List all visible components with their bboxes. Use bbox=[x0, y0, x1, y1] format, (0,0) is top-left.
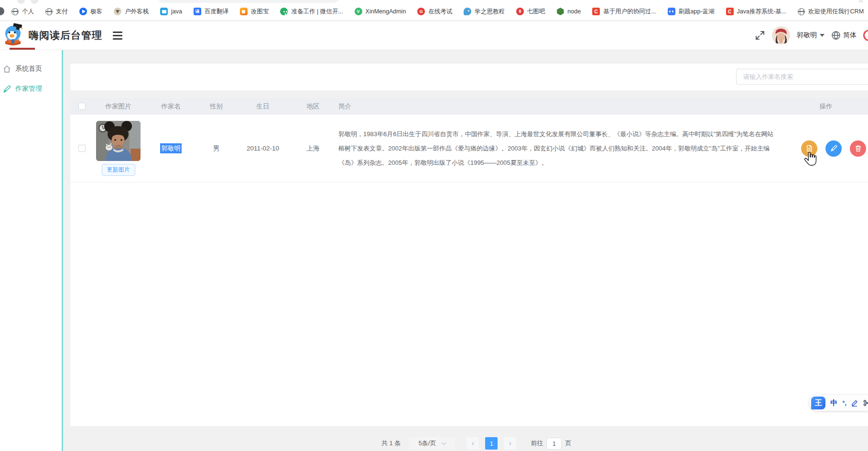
pagination-total: 共 1 条 bbox=[381, 439, 401, 448]
bookmark-item[interactable]: 刷题app-蓝湖 bbox=[668, 8, 715, 16]
user-menu[interactable]: 郭敬明 bbox=[797, 31, 825, 40]
chevron-down-icon bbox=[442, 440, 446, 445]
row-checkbox[interactable] bbox=[78, 145, 86, 152]
bookmark-item[interactable]: 欢迎使用任我行CRM bbox=[798, 8, 864, 16]
bookmark-item[interactable]: java bbox=[160, 8, 182, 15]
prev-page-button[interactable]: ‹ bbox=[467, 437, 479, 450]
jump-label: 前往 bbox=[531, 439, 543, 448]
column-header: 作家名 bbox=[143, 102, 198, 111]
bookmark-item[interactable]: 准备工作 | 微信开... bbox=[280, 8, 343, 16]
ime-toolbar: 王 中 °, bbox=[809, 395, 868, 411]
bookmark-item[interactable]: VXinMengAdmin bbox=[355, 8, 406, 15]
bird-icon bbox=[464, 8, 471, 15]
sidebar-item-authors[interactable]: 作家管理 bbox=[0, 79, 62, 99]
sidebar-item-label: 系统首页 bbox=[15, 64, 42, 73]
authors-table: 作家图片 作家名 性别 生日 地区 简介 操作 bbox=[70, 98, 868, 426]
ime-scissors-icon[interactable] bbox=[863, 399, 868, 407]
bookmark-item[interactable]: 支付 bbox=[45, 8, 68, 16]
browser-toolbar-fragment bbox=[31, 0, 38, 4]
language-switch[interactable]: 简体 bbox=[831, 31, 857, 40]
app-header: 嗨阅读后台管理 郭敬明 简体 bbox=[0, 21, 868, 50]
tv-icon bbox=[160, 8, 168, 15]
main-content: 作家图片 作家名 性别 生日 地区 简介 操作 bbox=[63, 50, 868, 451]
column-header: 生日 bbox=[234, 102, 292, 111]
column-header: 地区 bbox=[292, 102, 335, 111]
bookmarks-bar: 个人 支付 极客 户外客栈 java 译百度翻译 改图宝 准备工作 | 微信开.… bbox=[0, 4, 868, 19]
chevron-down-icon bbox=[820, 34, 825, 37]
browser-chrome: ☆ 个人 支付 极客 户外客栈 java 译百度翻译 改图宝 准备工作 | 微信… bbox=[0, 0, 868, 21]
edit-button[interactable] bbox=[825, 140, 842, 157]
column-header: 性别 bbox=[198, 102, 234, 111]
user-name: 郭敬明 bbox=[797, 31, 817, 40]
red-square-icon: C bbox=[592, 8, 600, 15]
language-label: 简体 bbox=[843, 31, 857, 40]
author-birthday-cell: 2011-02-10 bbox=[234, 145, 292, 152]
header-right: 郭敬明 简体 bbox=[755, 26, 866, 44]
bookmark-item[interactable]: C基于用户的协同过... bbox=[592, 8, 656, 16]
search-panel bbox=[70, 64, 868, 90]
avatar[interactable] bbox=[772, 26, 790, 44]
author-bio-cell: 郭敬明，1983年6月6日出生于四川省自贡市，中国作家、导演、上海最世文化发展有… bbox=[335, 127, 784, 170]
page-unit: 页 bbox=[565, 439, 571, 448]
bookmark-item[interactable]: 译百度翻译 bbox=[194, 8, 228, 16]
delete-button[interactable] bbox=[850, 140, 866, 157]
page-jump-input[interactable] bbox=[546, 438, 562, 450]
author-region-cell: 上海 bbox=[292, 144, 335, 153]
author-name-selected-text[interactable]: 郭敬明 bbox=[160, 143, 182, 153]
bookmark-item[interactable]: θ七图吧 bbox=[516, 8, 545, 16]
bookmark-item[interactable]: 极客 bbox=[79, 8, 102, 16]
page-size-select[interactable]: 5条/页 bbox=[409, 437, 455, 450]
globe-icon bbox=[45, 8, 53, 15]
select-all-checkbox[interactable] bbox=[78, 103, 86, 110]
bookmark-item[interactable]: node bbox=[556, 8, 581, 15]
logout-icon[interactable] bbox=[863, 30, 868, 41]
bookmark-item[interactable]: 个人 bbox=[11, 8, 34, 16]
browser-toolbar-fragment bbox=[17, 0, 25, 4]
app-title: 嗨阅读后台管理 bbox=[29, 29, 102, 42]
bookmark-item[interactable]: 改图宝 bbox=[240, 8, 269, 16]
fullscreen-icon[interactable] bbox=[755, 30, 765, 41]
sidebar-item-label: 作家管理 bbox=[15, 85, 42, 93]
sidebar: 系统首页 作家管理 bbox=[0, 50, 63, 451]
current-page[interactable]: 1 bbox=[485, 437, 498, 450]
author-gender-cell: 男 bbox=[198, 144, 234, 153]
bookmark-item[interactable]: 学之思教程 bbox=[464, 8, 505, 16]
next-page-button[interactable]: › bbox=[504, 437, 516, 450]
red-circle-icon: G bbox=[417, 8, 425, 15]
hexagon-icon bbox=[556, 8, 564, 15]
edit-pen-icon bbox=[830, 145, 837, 152]
ime-logo-icon[interactable]: 王 bbox=[811, 397, 825, 409]
table-header-row: 作家图片 作家名 性别 生日 地区 简介 操作 bbox=[70, 98, 868, 115]
bookmark-item[interactable]: 户外客栈 bbox=[114, 8, 149, 16]
globe-icon bbox=[831, 31, 841, 40]
page-jump: 前往 页 bbox=[531, 438, 571, 450]
translate-icon: 译 bbox=[194, 8, 201, 15]
image-tool-icon bbox=[240, 8, 248, 15]
trash-icon bbox=[855, 145, 862, 152]
table-row: 更新图片 郭敬明 男 2011-02-10 上海 郭敬明，1983年6月6日出生… bbox=[70, 115, 868, 183]
ime-handwriting-pen-icon[interactable] bbox=[851, 399, 858, 407]
bookmark-item[interactable]: CJava推荐系统-基... bbox=[726, 8, 787, 16]
document-icon bbox=[806, 145, 813, 152]
home-icon bbox=[3, 65, 11, 73]
red-circle-icon: θ bbox=[516, 8, 524, 15]
ime-punctuation-mode[interactable]: °, bbox=[842, 399, 846, 407]
app-logo-duck-icon bbox=[3, 23, 24, 48]
view-detail-button[interactable] bbox=[801, 140, 817, 157]
address-bar-fragment bbox=[158, 0, 339, 3]
column-header: 操作 bbox=[784, 102, 868, 111]
update-image-button[interactable]: 更新图片 bbox=[102, 164, 135, 176]
moth-icon bbox=[114, 8, 121, 15]
search-input[interactable] bbox=[736, 69, 868, 85]
leaf-icon: V bbox=[355, 8, 362, 15]
globe-icon bbox=[798, 8, 805, 15]
bookmark-item[interactable]: G在线考试 bbox=[417, 8, 452, 16]
paper-plane-icon bbox=[79, 8, 87, 15]
wechat-icon bbox=[280, 8, 288, 15]
author-image-cell: 更新图片 bbox=[93, 121, 143, 176]
author-photo bbox=[96, 121, 141, 161]
column-header: 简介 bbox=[335, 102, 784, 111]
hamburger-menu-icon[interactable] bbox=[113, 32, 122, 40]
ime-language-mode[interactable]: 中 bbox=[830, 398, 837, 408]
sidebar-item-home[interactable]: 系统首页 bbox=[0, 59, 62, 79]
